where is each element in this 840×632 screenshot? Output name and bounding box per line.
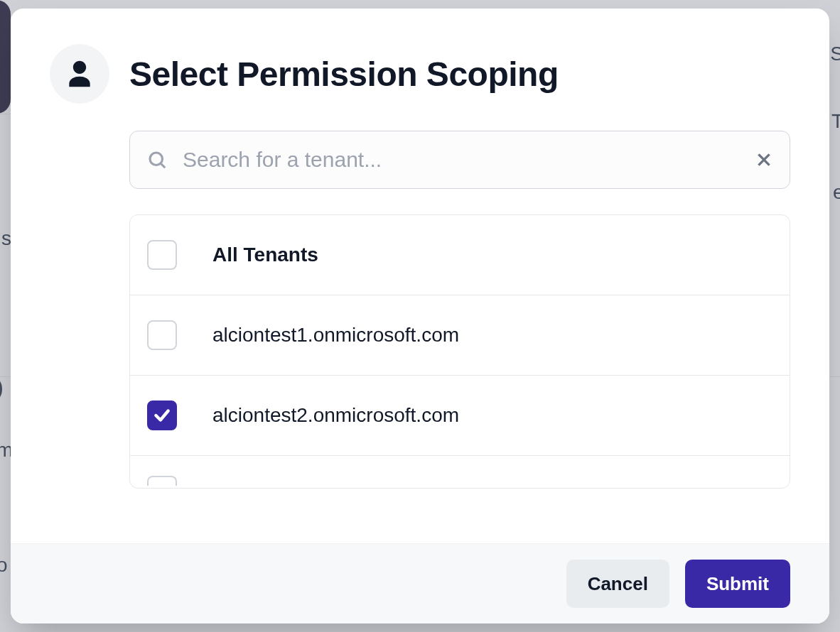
modal-content: All Tenants alciontest1.onmicrosoft.com … [129,131,790,489]
search-icon [146,149,168,170]
tenant-label: All Tenants [212,244,318,266]
checkbox-checked[interactable] [147,401,177,430]
tenant-search-input[interactable] [129,131,790,189]
submit-button[interactable]: Submit [685,560,790,608]
clear-icon[interactable] [755,151,773,169]
tenant-list: All Tenants alciontest1.onmicrosoft.com … [129,214,790,489]
checkbox-unchecked[interactable] [147,476,177,486]
modal-body: Select Permission Scoping [11,9,829,543]
tenant-row[interactable]: alciontest2.onmicrosoft.com [130,376,790,456]
svg-point-0 [150,153,163,165]
checkbox-unchecked[interactable] [147,320,177,350]
tenant-row-all[interactable]: All Tenants [130,215,790,295]
modal-title: Select Permission Scoping [129,55,559,94]
tenant-label: alciontest1.onmicrosoft.com [212,324,459,347]
tenant-row[interactable]: alciontest1.onmicrosoft.com [130,295,790,376]
modal-header: Select Permission Scoping [50,44,790,104]
svg-line-1 [161,163,165,168]
modal-overlay: Select Permission Scoping [0,0,840,632]
cancel-button[interactable]: Cancel [566,560,669,608]
search-container [129,131,790,189]
tenant-label: alciontest2.onmicrosoft.com [212,404,459,427]
user-icon [50,44,109,104]
modal-footer: Cancel Submit [11,543,829,623]
permission-scoping-modal: Select Permission Scoping [11,9,829,623]
checkbox-unchecked[interactable] [147,240,177,270]
tenant-row-partial[interactable] [130,456,790,489]
